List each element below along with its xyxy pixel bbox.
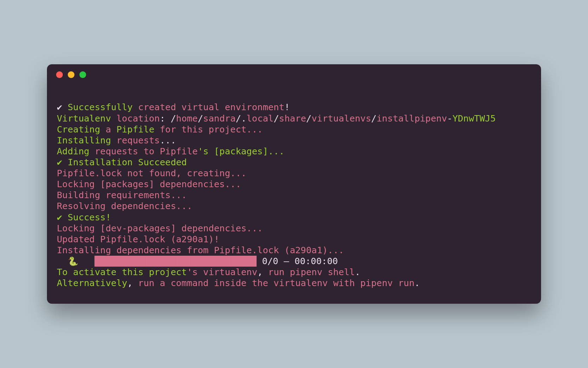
output-text: - (447, 113, 452, 124)
terminal-output: ✔ Successfully created virtual environme… (47, 85, 541, 303)
output-text: Locking (57, 223, 100, 233)
output-text: Adding (57, 146, 95, 156)
output-text: /. (236, 113, 247, 124)
output-text: virtualenvs (312, 113, 371, 124)
output-text: . (414, 278, 420, 288)
output-line: ✔ Successfully created virtual environme… (57, 102, 531, 113)
output-text: / (306, 113, 311, 124)
output-line: Adding requests to Pipfile's [packages].… (57, 146, 531, 157)
output-text: requests to Pipfile (95, 146, 198, 156)
output-line: ✔ Installation Succeeded (57, 157, 531, 168)
output-line: Updated Pipfile.lock (a290a1)! (57, 234, 531, 245)
output-text (78, 256, 95, 266)
output-text: dependencies... (176, 223, 263, 233)
output-text: . (355, 267, 360, 277)
minimize-icon[interactable] (68, 71, 74, 78)
output-text: Locking (57, 179, 100, 189)
check-icon: ✔ (57, 212, 62, 222)
output-line: Locking [dev-packages] dependencies... (57, 223, 531, 234)
output-line: 🐍 ▉▉▉▉▉▉▉▉▉▉▉▉▉▉▉▉▉▉▉▉▉▉▉▉▉▉▉▉▉▉▉▉ 0/0 —… (57, 256, 531, 267)
output-text: created virtual environment (133, 102, 284, 112)
maximize-icon[interactable] (79, 71, 86, 78)
snake-icon: 🐍 (68, 256, 78, 266)
output-text: Installing (57, 135, 116, 146)
output-line: To activate this project's virtualenv, r… (57, 267, 531, 278)
output-text: 's virtualenv (187, 267, 257, 277)
output-text: run a command inside the virtualenv with… (133, 278, 414, 288)
output-text: To activate this project (57, 267, 187, 277)
output-text: , (127, 278, 133, 288)
output-text: / (198, 113, 203, 124)
output-line: Resolving dependencies... (57, 201, 531, 212)
output-text: Updated Pipfile.lock (57, 234, 170, 244)
output-text: Installation Succeeded (62, 157, 187, 167)
output-text: location (116, 113, 160, 124)
output-text: Success! (62, 212, 111, 222)
close-icon[interactable] (56, 71, 63, 78)
output-line: Locking [packages] dependencies... (57, 179, 531, 190)
check-icon: ✔ (57, 102, 62, 112)
output-text: share (279, 113, 306, 124)
output-text: dependencies... (154, 179, 241, 189)
output-text: / (170, 113, 176, 124)
output-line: Building requirements... (57, 190, 531, 201)
progress-stats: 0/0 — 00:00:00 (257, 256, 338, 266)
output-line: Virtualenv location: /home/sandra/.local… (57, 113, 531, 124)
output-text: installpipenv (377, 113, 447, 124)
output-text: [packages] (100, 179, 155, 189)
output-text: Virtualenv (57, 113, 116, 124)
output-text: local (246, 113, 274, 124)
output-text: sandra (203, 113, 236, 124)
output-text: / (274, 113, 279, 124)
output-text: (a290a1)! (170, 234, 219, 244)
output-text: Installing dependencies from Pipfile.loc… (57, 245, 284, 255)
output-text: [dev-packages] (100, 223, 176, 233)
progress-bar: ▉▉▉▉▉▉▉▉▉▉▉▉▉▉▉▉▉▉▉▉▉▉▉▉▉▉▉▉▉▉▉▉ (95, 256, 257, 267)
output-text: a (100, 124, 116, 135)
output-line: Alternatively, run a command inside the … (57, 278, 531, 289)
output-text: Creating (57, 124, 100, 135)
output-text (57, 256, 68, 266)
output-text: Pipfile.lock not found, creating... (57, 168, 246, 178)
output-line: Pipfile.lock not found, creating... (57, 168, 531, 179)
check-icon: ✔ (57, 157, 62, 167)
output-text: Building requirements... (57, 190, 187, 200)
output-text: run pipenv shell (268, 267, 355, 277)
output-text: home (176, 113, 198, 124)
output-text: / (371, 113, 377, 124)
output-line: Installing dependencies from Pipfile.loc… (57, 245, 531, 256)
output-text: , (257, 267, 268, 277)
output-text: 's [packages]... (198, 146, 284, 156)
output-text: Successfully (62, 102, 133, 112)
output-text: Pipfile (116, 124, 154, 135)
output-text: : (160, 113, 171, 124)
window-titlebar (47, 64, 541, 85)
output-text: for this project... (154, 124, 263, 135)
output-line: Creating a Pipfile for this project... (57, 124, 531, 135)
output-line: ✔ Success! (57, 212, 531, 223)
output-text: Alternatively (57, 278, 127, 288)
output-text: (a290a1)... (284, 245, 344, 255)
output-line: Installing requests... (57, 135, 531, 146)
terminal-window: ✔ Successfully created virtual environme… (47, 64, 541, 303)
output-text: requests (116, 135, 160, 146)
output-text: ! (284, 102, 290, 112)
output-text: Resolving dependencies... (57, 201, 192, 211)
output-text: ... (160, 135, 176, 146)
output-text: YDnwTWJ5 (452, 113, 496, 124)
